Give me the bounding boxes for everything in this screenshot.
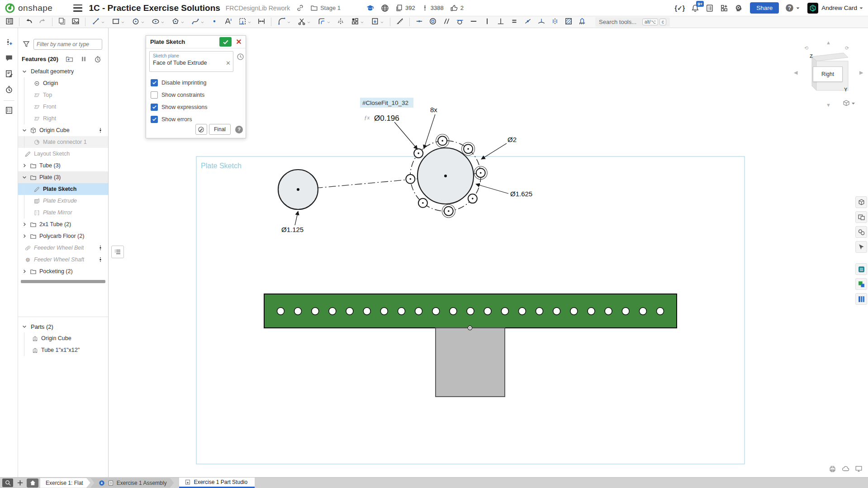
checkbox-show-constraints[interactable]: Show constraints [151, 89, 207, 101]
uses-icon[interactable] [422, 4, 428, 12]
plate-hole[interactable] [294, 308, 302, 315]
checkbox-disable-imprinting[interactable]: Disable imprinting [151, 76, 207, 89]
dropdown-caret-icon[interactable] [121, 18, 125, 26]
undo-tool-button[interactable] [23, 17, 35, 27]
dialog-help-icon[interactable]: ? [235, 126, 243, 133]
new-tab-button[interactable] [15, 479, 25, 487]
pattern-tool-button[interactable] [348, 17, 367, 27]
part-row[interactable]: Origin Cube [18, 332, 108, 344]
add-folder-icon[interactable] [66, 55, 73, 63]
checkbox-icon[interactable] [151, 116, 158, 123]
midpoint-tool-button[interactable] [522, 17, 534, 27]
print-status-icon[interactable] [829, 465, 836, 474]
final-preview-icon[interactable] [195, 124, 207, 135]
vertical-tool-button[interactable] [481, 17, 493, 27]
rotate-right-arrow-icon[interactable]: ▶ [859, 70, 863, 76]
tube-face[interactable] [436, 328, 505, 397]
custom-panel-teal-icon[interactable] [855, 263, 867, 275]
dim-big-circle[interactable]: Ø1.625 [510, 190, 532, 198]
perpendicular-tool-button[interactable] [494, 17, 507, 27]
spline-tool-button[interactable] [188, 17, 207, 27]
dropdown-caret-icon[interactable] [360, 18, 364, 26]
small-circle-center[interactable] [297, 188, 299, 191]
plate-hole[interactable] [622, 308, 629, 315]
copies-icon[interactable] [395, 4, 403, 12]
chevron-right-icon[interactable] [21, 163, 28, 168]
dropdown-caret-icon[interactable] [161, 18, 165, 26]
checkbox-icon[interactable] [151, 104, 158, 111]
final-button[interactable]: Final [209, 124, 231, 135]
plate-hole[interactable] [432, 308, 440, 315]
cloud-status-icon[interactable] [842, 465, 849, 474]
help-caret-icon[interactable] [796, 6, 800, 10]
dropdown-caret-icon[interactable] [200, 18, 204, 26]
feature-row[interactable]: Mate connector 1 [18, 136, 108, 148]
ai-assistant-icon[interactable] [735, 4, 743, 12]
plate-hole[interactable] [380, 308, 388, 315]
help-icon[interactable]: ? [785, 4, 794, 12]
learning-center-icon[interactable] [366, 4, 375, 12]
dim-bolt-circle[interactable]: Ø2 [508, 136, 517, 143]
line-tool-button[interactable] [89, 17, 108, 27]
folder-icon[interactable] [310, 4, 318, 12]
feature-row[interactable]: Tube (3) [18, 160, 108, 171]
coincident-tool-button[interactable] [413, 17, 426, 27]
hatch-tool-button[interactable] [562, 17, 575, 27]
sketch-plane-field[interactable]: Sketch plane Face of Tube Extrude ✕ [149, 51, 233, 72]
chevron-right-icon[interactable] [21, 222, 28, 227]
plate-hole-group[interactable] [277, 308, 664, 315]
tangent-tool-button[interactable] [454, 17, 466, 27]
feature-row[interactable]: Right [18, 113, 108, 124]
chevron-down-icon[interactable] [21, 69, 28, 74]
feature-row[interactable]: Layout Sketch [18, 148, 108, 160]
cancel-button[interactable]: ✕ [234, 37, 244, 47]
rotate-left-arrow-icon[interactable]: ◀ [794, 70, 797, 76]
measure-tool-button[interactable] [394, 17, 406, 27]
parallel-tool-button[interactable] [440, 17, 453, 27]
normal-tool-button[interactable] [535, 17, 548, 27]
fix-tool-button[interactable] [576, 17, 588, 27]
feature-row[interactable]: Front [18, 101, 108, 113]
plate-hole[interactable] [363, 308, 370, 315]
dropdown-caret-icon[interactable] [101, 18, 105, 26]
update-available-icon[interactable] [99, 480, 105, 486]
custom-panel-green-icon[interactable] [855, 278, 867, 290]
feature-row[interactable]: Feeeder Wheel Belt [18, 242, 108, 254]
trim-tool-button[interactable] [294, 17, 313, 27]
plate-hole[interactable] [518, 308, 526, 315]
display-status-icon[interactable] [855, 465, 863, 474]
user-name[interactable]: Andrew Card [821, 5, 857, 11]
search-tools-box[interactable]: Search tools...alt/⌥c [595, 17, 670, 27]
view-menu-icon[interactable] [842, 99, 856, 109]
dropdown-caret-icon[interactable] [141, 18, 145, 26]
filter-icon[interactable] [23, 40, 30, 49]
feature-menu-dots-icon[interactable] [97, 127, 104, 133]
named-views-panel-icon[interactable] [855, 211, 867, 223]
plate-hole[interactable] [570, 308, 578, 315]
pause-icon[interactable] [81, 56, 87, 62]
chevron-down-icon[interactable] [21, 128, 28, 133]
rotate-up-arrow-icon[interactable]: ▲ [826, 40, 831, 45]
fillet-tool-button[interactable] [275, 17, 294, 27]
feature-row[interactable]: Default geometry [18, 66, 108, 77]
document-tab[interactable]: Exercise 1 Part Studio [179, 478, 255, 488]
user-avatar[interactable] [807, 3, 818, 14]
checkbox-show-expressions[interactable]: Show expressions [151, 101, 207, 113]
roll-cw-icon[interactable]: ⟳ [845, 45, 849, 51]
dropdown-caret-icon[interactable] [327, 18, 331, 26]
dropdown-caret-icon[interactable] [287, 18, 291, 26]
part-row[interactable]: Tube 1"x1"x12" [18, 344, 108, 356]
share-button[interactable]: Share [750, 2, 779, 14]
sketch-region-label[interactable]: Plate Sketch [201, 162, 242, 170]
plate-hole[interactable] [450, 308, 457, 315]
convert-tool-button[interactable] [235, 17, 254, 27]
view-cube-face-right[interactable]: Right [813, 66, 843, 82]
big-circle-center[interactable] [444, 175, 447, 177]
redo-tool-button[interactable] [36, 17, 49, 27]
display-states-panel-icon[interactable] [855, 226, 867, 238]
feature-row[interactable]: Origin Cube [18, 124, 108, 136]
home-tab-button[interactable] [27, 479, 38, 488]
feature-row[interactable]: Origin [18, 77, 108, 89]
chevron-down-icon[interactable] [21, 175, 28, 180]
plate-hole[interactable] [277, 308, 285, 315]
